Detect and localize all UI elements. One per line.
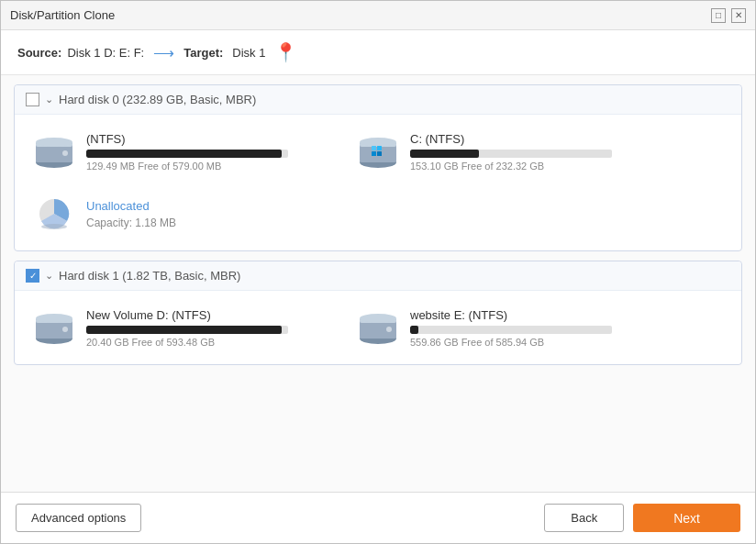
disk0-partitions: (NTFS) 129.49 MB Free of 579.00 MB (15, 115, 741, 250)
drive-icon (355, 307, 401, 348)
progress-bar-fill (410, 150, 479, 158)
unallocated-info: Unallocated Capacity: 1.18 MB (86, 199, 176, 229)
footer: Advanced options Back Next (1, 492, 755, 543)
footer-right: Back Next (544, 504, 740, 532)
partition-card: website E: (NTFS) 559.86 GB Free of 585.… (346, 300, 662, 355)
svg-point-8 (360, 138, 396, 147)
partition-name: website E: (NTFS) (410, 308, 653, 322)
disk1-partitions: New Volume D: (NTFS) 20.40 GB Free of 59… (15, 291, 741, 364)
partition-info: New Volume D: (NTFS) 20.40 GB Free of 59… (86, 308, 329, 348)
unallocated-capacity: Capacity: 1.18 MB (86, 216, 176, 229)
svg-point-3 (36, 138, 72, 147)
progress-bar-bg (410, 150, 612, 158)
advanced-options-button[interactable]: Advanced options (16, 504, 141, 532)
svg-point-18 (36, 314, 72, 323)
disk1-group: ⌄ Hard disk 1 (1.82 TB, Basic, MBR) (14, 261, 742, 365)
partition-card: C: (NTFS) 153.10 GB Free of 232.32 GB (346, 124, 662, 179)
disk0-checkbox[interactable] (26, 93, 39, 106)
source-value: Disk 1 D: E: F: (67, 46, 144, 60)
svg-point-24 (386, 327, 392, 332)
pin-icon: 📍 (274, 41, 297, 63)
disk0-group: ⌄ Hard disk 0 (232.89 GB, Basic, MBR) (14, 84, 742, 251)
content-area: ⌄ Hard disk 0 (232.89 GB, Basic, MBR) (1, 75, 755, 492)
minimize-button[interactable]: □ (711, 8, 726, 23)
progress-bar-fill (410, 326, 418, 334)
svg-rect-9 (372, 146, 376, 150)
svg-point-23 (360, 314, 396, 323)
partition-name: (NTFS) (86, 132, 329, 146)
drive-icon (31, 131, 77, 172)
title-bar: Disk/Partition Clone □ ✕ (1, 1, 755, 30)
window-title: Disk/Partition Clone (10, 8, 115, 22)
disk1-label: Hard disk 1 (1.82 TB, Basic, MBR) (59, 269, 240, 283)
next-button[interactable]: Next (633, 504, 740, 532)
disk1-header: ⌄ Hard disk 1 (1.82 TB, Basic, MBR) (15, 261, 741, 291)
progress-bar-fill (86, 150, 282, 158)
drive-icon (31, 307, 77, 348)
drive-icon-windows (355, 131, 401, 172)
disk1-chevron[interactable]: ⌄ (45, 270, 53, 282)
progress-bar-bg (86, 326, 288, 334)
arrow-icon: ⟶ (153, 44, 174, 61)
partition-free: 20.40 GB Free of 593.48 GB (86, 337, 329, 348)
svg-rect-10 (377, 146, 382, 150)
svg-point-19 (62, 327, 68, 332)
partition-card: (NTFS) 129.49 MB Free of 579.00 MB (22, 124, 339, 179)
partition-free: 559.86 GB Free of 585.94 GB (410, 337, 653, 348)
target-label: Target: (183, 46, 223, 60)
target-value: Disk 1 (232, 46, 265, 60)
svg-point-14 (41, 224, 67, 229)
main-window: Disk/Partition Clone □ ✕ Source: Disk 1 … (0, 0, 756, 544)
back-button[interactable]: Back (544, 504, 624, 532)
unallocated-card: Unallocated Capacity: 1.18 MB (22, 186, 185, 241)
svg-rect-12 (377, 151, 382, 156)
partition-info: website E: (NTFS) 559.86 GB Free of 585.… (410, 308, 653, 348)
disk0-header: ⌄ Hard disk 0 (232.89 GB, Basic, MBR) (15, 85, 741, 115)
window-controls: □ ✕ (711, 8, 746, 23)
partition-card: New Volume D: (NTFS) 20.40 GB Free of 59… (22, 300, 339, 355)
close-button[interactable]: ✕ (731, 8, 746, 23)
disk0-chevron[interactable]: ⌄ (45, 94, 53, 105)
unallocated-icon (31, 194, 77, 234)
progress-bar-fill (86, 326, 282, 334)
disk0-label: Hard disk 0 (232.89 GB, Basic, MBR) (59, 93, 256, 106)
svg-point-4 (62, 150, 68, 156)
source-target-bar: Source: Disk 1 D: E: F: ⟶ Target: Disk 1… (1, 30, 755, 75)
progress-bar-bg (86, 150, 288, 158)
svg-rect-11 (372, 151, 376, 156)
partition-free: 129.49 MB Free of 579.00 MB (86, 161, 329, 172)
partition-name: New Volume D: (NTFS) (86, 308, 329, 322)
unallocated-name: Unallocated (86, 199, 176, 213)
disk1-checkbox[interactable] (26, 269, 39, 283)
progress-bar-bg (410, 326, 612, 334)
partition-info: (NTFS) 129.49 MB Free of 579.00 MB (86, 132, 329, 172)
partition-info: C: (NTFS) 153.10 GB Free of 232.32 GB (410, 132, 653, 172)
partition-free: 153.10 GB Free of 232.32 GB (410, 161, 653, 172)
source-label: Source: (17, 46, 61, 60)
partition-name: C: (NTFS) (410, 132, 653, 146)
